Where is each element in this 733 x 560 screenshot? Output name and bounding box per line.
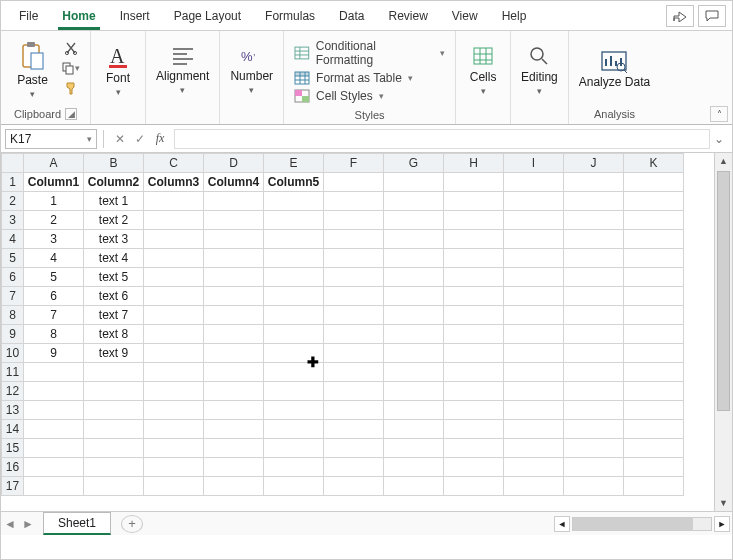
cell-F8[interactable] (324, 306, 384, 325)
cell-H4[interactable] (444, 230, 504, 249)
tab-view[interactable]: View (440, 3, 490, 29)
cell-D9[interactable] (204, 325, 264, 344)
row-header-4[interactable]: 4 (2, 230, 24, 249)
collapse-ribbon-button[interactable]: ˄ (710, 106, 728, 122)
cell-H17[interactable] (444, 477, 504, 496)
column-header-K[interactable]: K (624, 154, 684, 173)
cell-C5[interactable] (144, 249, 204, 268)
cell-B5[interactable]: text 4 (84, 249, 144, 268)
tab-file[interactable]: File (7, 3, 50, 29)
tab-data[interactable]: Data (327, 3, 376, 29)
cell-E7[interactable] (264, 287, 324, 306)
cell-J1[interactable] (564, 173, 624, 192)
cell-D6[interactable] (204, 268, 264, 287)
scroll-thumb[interactable] (717, 171, 730, 411)
scroll-down-button[interactable]: ▼ (715, 495, 732, 511)
cell-H16[interactable] (444, 458, 504, 477)
cell-C16[interactable] (144, 458, 204, 477)
cell-H14[interactable] (444, 420, 504, 439)
cell-B12[interactable] (84, 382, 144, 401)
cell-H6[interactable] (444, 268, 504, 287)
name-box[interactable]: K17▾ (5, 129, 97, 149)
cell-F2[interactable] (324, 192, 384, 211)
format-as-table-button[interactable]: Format as Table▾ (294, 71, 445, 85)
cell-F1[interactable] (324, 173, 384, 192)
cell-F12[interactable] (324, 382, 384, 401)
cell-H9[interactable] (444, 325, 504, 344)
scroll-right-button[interactable]: ► (714, 516, 730, 532)
cell-E3[interactable] (264, 211, 324, 230)
cell-I2[interactable] (504, 192, 564, 211)
cell-B8[interactable]: text 7 (84, 306, 144, 325)
cell-B3[interactable]: text 2 (84, 211, 144, 230)
cell-K3[interactable] (624, 211, 684, 230)
cell-I4[interactable] (504, 230, 564, 249)
cell-K9[interactable] (624, 325, 684, 344)
vertical-scrollbar[interactable]: ▲ ▼ (714, 153, 732, 511)
cell-G12[interactable] (384, 382, 444, 401)
cell-E13[interactable] (264, 401, 324, 420)
cell-A14[interactable] (24, 420, 84, 439)
cell-H7[interactable] (444, 287, 504, 306)
cell-F5[interactable] (324, 249, 384, 268)
scroll-thumb[interactable] (573, 518, 693, 530)
analyze-data-button[interactable]: Analyze Data (573, 35, 656, 105)
cell-C7[interactable] (144, 287, 204, 306)
column-header-I[interactable]: I (504, 154, 564, 173)
cell-K15[interactable] (624, 439, 684, 458)
cell-B16[interactable] (84, 458, 144, 477)
row-header-10[interactable]: 10 (2, 344, 24, 363)
cell-A1[interactable]: Column1 (24, 173, 84, 192)
cell-A5[interactable]: 4 (24, 249, 84, 268)
cell-E15[interactable] (264, 439, 324, 458)
cell-D14[interactable] (204, 420, 264, 439)
cell-H5[interactable] (444, 249, 504, 268)
cell-J5[interactable] (564, 249, 624, 268)
cell-F6[interactable] (324, 268, 384, 287)
cell-J14[interactable] (564, 420, 624, 439)
sheet-nav-prev[interactable]: ◄ (1, 517, 19, 531)
new-sheet-button[interactable]: + (121, 515, 143, 533)
cell-J10[interactable] (564, 344, 624, 363)
cell-A7[interactable]: 6 (24, 287, 84, 306)
cell-C6[interactable] (144, 268, 204, 287)
share-button[interactable] (666, 5, 694, 27)
column-header-E[interactable]: E (264, 154, 324, 173)
cell-I1[interactable] (504, 173, 564, 192)
cell-C3[interactable] (144, 211, 204, 230)
cell-J4[interactable] (564, 230, 624, 249)
cell-H1[interactable] (444, 173, 504, 192)
cell-A9[interactable]: 8 (24, 325, 84, 344)
cell-F10[interactable] (324, 344, 384, 363)
cell-B13[interactable] (84, 401, 144, 420)
cell-C17[interactable] (144, 477, 204, 496)
dialog-launcher-icon[interactable]: ◢ (65, 108, 77, 120)
cell-E1[interactable]: Column5 (264, 173, 324, 192)
cell-D13[interactable] (204, 401, 264, 420)
cell-G11[interactable] (384, 363, 444, 382)
cell-G4[interactable] (384, 230, 444, 249)
cell-C15[interactable] (144, 439, 204, 458)
cell-H11[interactable] (444, 363, 504, 382)
cell-G9[interactable] (384, 325, 444, 344)
cell-H3[interactable] (444, 211, 504, 230)
cell-G1[interactable] (384, 173, 444, 192)
cell-F11[interactable] (324, 363, 384, 382)
row-header-13[interactable]: 13 (2, 401, 24, 420)
row-header-17[interactable]: 17 (2, 477, 24, 496)
cell-D11[interactable] (204, 363, 264, 382)
scroll-track[interactable] (572, 517, 712, 531)
cell-B10[interactable]: text 9 (84, 344, 144, 363)
cell-J13[interactable] (564, 401, 624, 420)
row-header-1[interactable]: 1 (2, 173, 24, 192)
cell-F17[interactable] (324, 477, 384, 496)
cell-C8[interactable] (144, 306, 204, 325)
cell-I12[interactable] (504, 382, 564, 401)
cell-H15[interactable] (444, 439, 504, 458)
number-button[interactable]: %, Number ▾ (224, 35, 279, 105)
row-header-5[interactable]: 5 (2, 249, 24, 268)
alignment-button[interactable]: Alignment ▾ (150, 35, 215, 105)
cell-J6[interactable] (564, 268, 624, 287)
conditional-formatting-button[interactable]: Conditional Formatting▾ (294, 39, 445, 67)
cell-E8[interactable] (264, 306, 324, 325)
